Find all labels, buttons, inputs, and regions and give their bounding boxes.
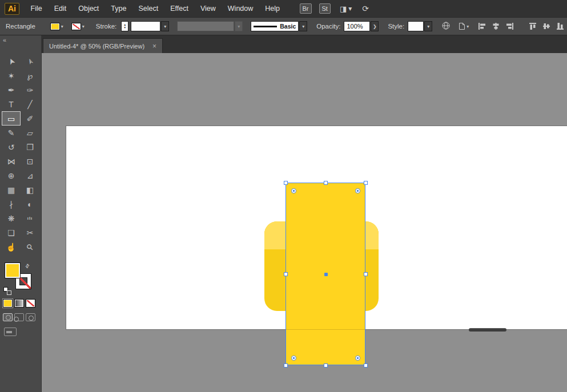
menu-window[interactable]: Window <box>222 5 259 13</box>
selection-handle-bottom-right[interactable] <box>364 363 368 367</box>
none-button[interactable] <box>26 299 35 308</box>
opacity-label[interactable]: Opacity: <box>316 23 340 30</box>
stroke-color-swatch[interactable] <box>71 23 81 30</box>
stroke-weight-value[interactable] <box>131 21 160 31</box>
stroke-style-field[interactable]: Basic <box>251 21 299 31</box>
align-left-icon[interactable] <box>478 22 486 30</box>
swap-fill-stroke-icon[interactable]: ⇄ <box>24 262 31 269</box>
menu-view[interactable]: View <box>194 5 222 13</box>
opacity-value[interactable]: 100% <box>344 21 370 31</box>
stroke-weight-dropdown-icon[interactable]: ▾ <box>161 21 169 31</box>
perspective-grid-tool[interactable]: ⊿ <box>21 168 39 183</box>
stroke-chevron-icon[interactable]: ▾ <box>82 24 85 29</box>
magic-wand-tool[interactable]: ✶ <box>2 68 21 83</box>
corner-widget-bottom-right[interactable] <box>355 355 360 361</box>
slice-tool[interactable]: ✂ <box>21 225 39 240</box>
align-right-icon[interactable] <box>505 22 514 30</box>
opacity-combo[interactable]: 100% ❯ <box>344 21 379 31</box>
default-fill-stroke-icon[interactable] <box>3 287 11 295</box>
direct-selection-tool[interactable]: ➣ <box>21 54 39 68</box>
gradient-button[interactable] <box>14 299 24 308</box>
eraser-tool[interactable]: ▱ <box>21 126 39 140</box>
app-logo[interactable]: Ai <box>5 3 19 15</box>
align-bottom-icon[interactable] <box>556 22 565 30</box>
selection-handle-left[interactable] <box>284 272 288 276</box>
menu-effect[interactable]: Effect <box>164 5 195 13</box>
rectangle-tool-icon: ▭ <box>7 115 15 123</box>
align-vertical-center-icon[interactable] <box>542 22 551 30</box>
control-bar: Rectangle ▾ ▾ Stroke: ▲ ▼ ▾ ▾ Basic ▾ Op… <box>0 17 567 35</box>
align-horizontal-center-icon[interactable] <box>492 22 500 30</box>
opacity-dropdown-icon[interactable]: ❯ <box>371 21 379 31</box>
menu-type[interactable]: Type <box>105 5 132 13</box>
draw-inside-button[interactable] <box>26 313 35 321</box>
style-value[interactable] <box>408 21 424 31</box>
bridge-button[interactable]: Br <box>300 3 312 14</box>
eyedropper-tool[interactable]: ∤ <box>2 197 21 211</box>
gradient-tool[interactable]: ◧ <box>21 183 39 197</box>
fill-chevron-icon[interactable]: ▾ <box>61 24 63 29</box>
selection-handle-bottom-left[interactable] <box>284 363 288 367</box>
collapse-panel-icon[interactable]: « <box>3 37 6 43</box>
mesh-tool[interactable]: ▦ <box>2 183 21 197</box>
screen-mode-button[interactable] <box>4 328 17 336</box>
selection-handle-top[interactable] <box>324 181 328 185</box>
stroke-style-combo[interactable]: Basic ▾ <box>251 21 307 31</box>
stroke-weight-label[interactable]: Stroke: <box>96 23 116 30</box>
document-setup-button[interactable]: ▾ <box>459 22 469 30</box>
lasso-tool[interactable]: ℘ <box>21 68 39 83</box>
free-transform-tool[interactable]: ⊡ <box>21 154 39 168</box>
stroke-weight-stepper[interactable]: ▲ ▼ <box>121 21 128 31</box>
menu-file[interactable]: File <box>25 5 48 13</box>
sync-button[interactable]: ⟳ <box>362 4 369 13</box>
draw-behind-button[interactable] <box>14 313 24 321</box>
selection-handle-top-left[interactable] <box>284 181 288 185</box>
line-segment-tool[interactable]: ╱ <box>21 97 39 111</box>
stock-button[interactable]: St <box>319 3 331 14</box>
corner-widget-bottom-left[interactable] <box>291 355 296 361</box>
tab-close-icon[interactable]: × <box>152 42 156 50</box>
draw-normal-button[interactable] <box>3 313 13 321</box>
shape-builder-tool-icon: ⊕ <box>8 172 15 180</box>
style-combo[interactable]: ▾ <box>408 21 432 31</box>
width-tool[interactable]: ⋈ <box>2 154 21 168</box>
corner-widget-top-right[interactable] <box>355 188 360 193</box>
menu-help[interactable]: Help <box>259 5 286 13</box>
canvas-area[interactable] <box>42 53 567 392</box>
blend-tool[interactable]: ◐ <box>21 197 39 211</box>
corner-widget-top-left[interactable] <box>291 188 296 193</box>
selection-handle-top-right[interactable] <box>364 181 368 185</box>
shape-builder-tool[interactable]: ⊕ <box>2 168 21 183</box>
paintbrush-tool[interactable]: ✐ <box>21 111 39 126</box>
zoom-tool[interactable]: ⚲ <box>21 240 39 254</box>
recolor-artwork-button[interactable] <box>441 21 451 31</box>
type-tool[interactable]: T <box>2 97 21 111</box>
color-button[interactable] <box>3 299 13 308</box>
selection-tool[interactable]: ➤ <box>2 54 21 68</box>
align-top-icon[interactable] <box>529 22 537 30</box>
workspace-switcher[interactable]: ◨ ▾ <box>340 5 352 13</box>
symbol-sprayer-tool[interactable]: ❋ <box>2 211 21 225</box>
pen-tool[interactable]: ✒ <box>2 83 21 97</box>
stroke-weight-combo[interactable]: ▾ <box>131 21 169 31</box>
stroke-style-dropdown-icon[interactable]: ▾ <box>299 21 307 31</box>
rotate-tool[interactable]: ↺ <box>2 140 21 154</box>
document-tab[interactable]: Untitled-4* @ 50% (RGB/Preview) × <box>43 38 163 53</box>
fill-swatch-large[interactable] <box>5 262 21 278</box>
scale-tool[interactable]: ❒ <box>21 140 39 154</box>
column-graph-tool[interactable]: ılı <box>21 211 39 225</box>
selection-handle-right[interactable] <box>364 272 368 276</box>
selection-handle-bottom[interactable] <box>324 363 328 367</box>
menu-edit[interactable]: Edit <box>48 5 73 13</box>
pencil-tool[interactable]: ✎ <box>2 126 21 140</box>
fill-color-swatch[interactable] <box>50 23 60 30</box>
menu-object[interactable]: Object <box>73 5 105 13</box>
artboard-tool[interactable]: ❏ <box>2 225 21 240</box>
selection-center-point[interactable] <box>324 273 328 276</box>
hand-tool[interactable]: ☝ <box>2 240 21 254</box>
style-dropdown-icon[interactable]: ▾ <box>424 21 432 31</box>
curvature-tool[interactable]: ✑ <box>21 83 39 97</box>
stepper-down-icon[interactable]: ▼ <box>123 26 126 29</box>
rectangle-tool[interactable]: ▭ <box>2 111 21 126</box>
menu-select[interactable]: Select <box>132 5 164 13</box>
